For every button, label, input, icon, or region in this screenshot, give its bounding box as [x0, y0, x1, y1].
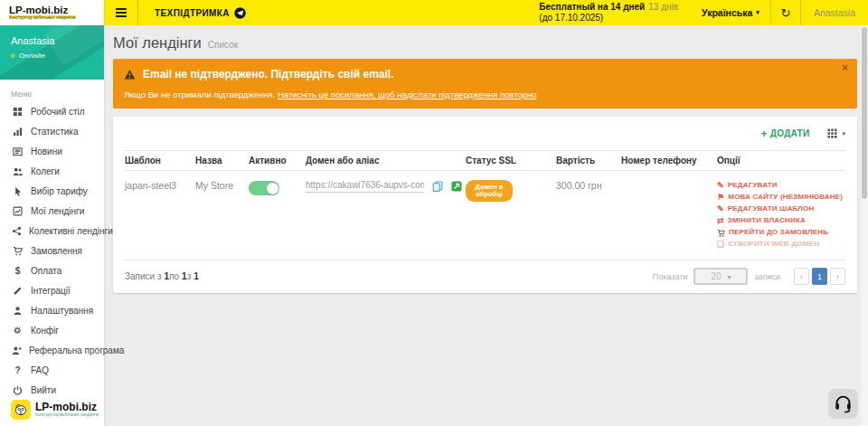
domain-input[interactable]: https://cakawi7636-aupvs-com-42 — [306, 180, 424, 193]
app-logo[interactable]: LP-mobi.biz Конструктор мобильных лендин… — [0, 0, 104, 25]
grid-icon — [827, 128, 837, 138]
option-edit[interactable]: РЕДАГУВАТИ — [717, 180, 845, 191]
tariff-icon — [12, 186, 24, 196]
logo-subtitle: Конструктор мобильных лендингов — [9, 15, 75, 18]
sidebar-item-settings[interactable]: Налаштування — [0, 300, 104, 320]
dog-logo-icon — [11, 400, 31, 420]
page-subtitle: Список — [208, 40, 238, 50]
integrations-icon — [12, 286, 24, 296]
cart-icon — [717, 229, 725, 237]
close-icon[interactable]: × — [842, 62, 848, 73]
sidebar-item-orders[interactable]: Замовлення — [0, 241, 104, 260]
records-summary: Записи з1по1з1 — [125, 271, 199, 281]
table-toolbar: + ДОДАТИ — [125, 117, 845, 150]
sidebar-item-faq[interactable]: ?FAQ — [0, 360, 104, 380]
logout-icon — [12, 385, 24, 395]
dashboard-icon — [12, 107, 24, 117]
option-edit-template[interactable]: РЕДАГУВАТИ ШАБЛОН — [717, 204, 845, 214]
support-chat-button[interactable] — [828, 389, 858, 419]
sidebar-item-logout[interactable]: Вийти — [0, 380, 104, 400]
active-toggle[interactable] — [249, 181, 279, 195]
external-link-icon[interactable] — [451, 181, 462, 192]
col-header-price: Вартість — [556, 156, 621, 166]
language-selector[interactable]: Українська — [691, 0, 770, 25]
cell-domain: https://cakawi7636-aupvs-com-42 — [306, 180, 466, 193]
telegram-icon — [234, 7, 246, 19]
swap-icon — [717, 217, 724, 225]
col-header-ssl: Статус SSL — [466, 156, 556, 166]
col-header-template: Шаблон — [125, 156, 195, 166]
email-warning-banner: Email не підтверджено. Підтвердіть свій … — [113, 59, 857, 109]
option-go-to-orders[interactable]: ПЕРЕЙТИ ДО ЗАМОВЛЕНЬ — [717, 227, 845, 238]
sidebar-item-news[interactable]: Новини — [0, 141, 104, 161]
orders-icon — [12, 246, 24, 256]
refresh-button[interactable] — [770, 0, 801, 25]
warning-icon — [124, 69, 136, 80]
landings-table-card: + ДОДАТИ Шаблон Назва Активно Домен або … — [113, 117, 857, 293]
prev-page-button[interactable]: ‹ — [794, 268, 809, 285]
main-content: Мої лендінги Список Email не підтверджен… — [104, 25, 868, 426]
sidebar-item-payment[interactable]: $Оплата — [0, 260, 104, 280]
sidebar-item-statistics[interactable]: Статистика — [0, 121, 104, 141]
options-list: РЕДАГУВАТИ МОВА САЙТУ (НЕЗМІНЮВАНЕ) РЕДА… — [717, 180, 845, 250]
plus-icon: + — [760, 129, 767, 138]
col-header-phone: Номер телефону — [621, 156, 717, 166]
chevron-down-icon — [727, 271, 731, 281]
colleagues-icon — [12, 166, 24, 176]
page-title: Мої лендінги — [113, 34, 202, 52]
edit-icon — [717, 182, 724, 190]
sidebar-item-my-landings[interactable]: Мої лендінги — [0, 201, 104, 221]
sidebar-item-collective-landings[interactable]: Колективні лендінги — [0, 221, 104, 241]
next-page-button[interactable]: › — [830, 268, 845, 285]
trial-info: Бесплатный на 14 дней13 днів (до 17.10.2… — [539, 2, 678, 24]
show-label: Показати — [653, 272, 688, 281]
profile-panel: Anastasia Онлайн — [0, 25, 104, 80]
page-head: Мої лендінги Список — [104, 25, 868, 52]
edit-icon — [717, 205, 724, 213]
scrollbar-thumb[interactable] — [862, 27, 867, 199]
sidebar-item-config[interactable]: Конфіг — [0, 320, 104, 340]
chevron-down-icon — [756, 9, 760, 16]
landings-icon — [12, 206, 24, 216]
share-icon — [12, 226, 22, 236]
chevron-down-icon — [842, 130, 845, 137]
column-view-button[interactable] — [827, 128, 845, 138]
profile-name: Anastasia — [11, 35, 104, 46]
topbar: ТЕХПІДТРИМКА Бесплатный на 14 дней13 дні… — [104, 0, 868, 25]
banner-text: Якщо Ви не отримали підтвердження. Натис… — [124, 90, 846, 99]
sidebar-item-referral[interactable]: Реферальна програма — [0, 340, 104, 360]
per-page-select[interactable]: 20 — [693, 268, 748, 285]
sidebar-nav: Робочий стіл Статистика Новини Колеги Ви… — [0, 101, 104, 400]
config-icon — [12, 326, 24, 336]
add-landing-button[interactable]: + ДОДАТИ — [760, 128, 809, 138]
scrollbar-track — [861, 25, 868, 426]
file-icon — [717, 241, 724, 249]
faq-icon: ? — [12, 365, 24, 375]
copy-icon[interactable] — [432, 181, 443, 192]
option-site-language[interactable]: МОВА САЙТУ (НЕЗМІНЮВАНЕ) — [717, 192, 845, 203]
sidebar-item-tariff[interactable]: Вибір тарифу — [0, 181, 104, 201]
sidebar: LP-mobi.biz Конструктор мобильных лендин… — [0, 0, 104, 426]
referral-icon — [12, 346, 22, 355]
support-link[interactable]: ТЕХПІДТРИМКА — [138, 7, 259, 19]
page-1-button[interactable]: 1 — [812, 268, 827, 285]
banner-title: Email не підтверджено. Підтвердіть свій … — [124, 68, 846, 80]
headset-icon — [834, 394, 853, 413]
sidebar-item-colleagues[interactable]: Колеги — [0, 161, 104, 181]
cell-template: japan-steel3 — [125, 180, 195, 191]
online-dot-icon — [11, 53, 15, 58]
footer-logo[interactable]: LP-mobi.biz Конструктор мобільних лендин… — [11, 400, 162, 420]
table-header-row: Шаблон Назва Активно Домен або аліас Ста… — [125, 150, 845, 171]
sidebar-item-dashboard[interactable]: Робочий стіл — [0, 101, 104, 121]
table-row: japan-steel3 My Store https://cakawi7636… — [125, 171, 845, 260]
col-header-domain: Домен або аліас — [306, 156, 466, 166]
option-create-web-domain: СТВОРИТИ WEB-ДОМЕН — [717, 239, 845, 250]
sidebar-item-integrations[interactable]: Інтеграції — [0, 280, 104, 300]
option-change-owner[interactable]: ЗМІНИТИ ВЛАСНИКА — [717, 215, 845, 226]
stats-icon — [12, 127, 24, 137]
col-header-options: Опції — [717, 156, 845, 166]
user-menu[interactable]: Anastasia — [801, 0, 868, 25]
settings-icon — [12, 306, 24, 316]
payment-icon: $ — [12, 266, 24, 276]
resend-confirmation-link[interactable]: Натисніть це посилання, щоб надіслати пі… — [278, 90, 537, 99]
